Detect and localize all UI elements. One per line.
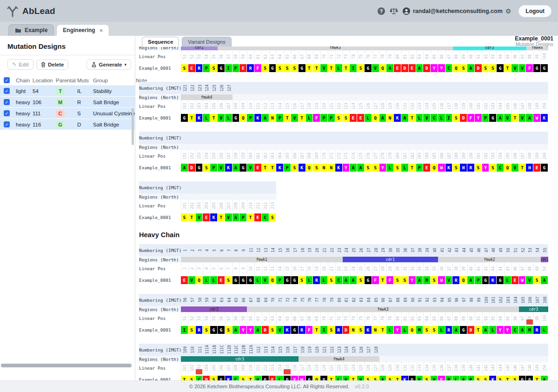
aa-cell: T bbox=[409, 114, 416, 122]
linear-cell: 48 bbox=[526, 263, 533, 274]
linear-cell: 57 bbox=[225, 312, 232, 324]
aa-cell: C bbox=[196, 376, 203, 380]
edit-button[interactable]: ✎ Edit bbox=[7, 59, 33, 70]
linear-cell: 191 bbox=[475, 150, 482, 162]
left-horizontal-scrollbar[interactable] bbox=[1, 364, 132, 367]
numbering-cell bbox=[314, 82, 321, 94]
linear-cells: 1511521531541551561571581591601611621631… bbox=[181, 150, 548, 162]
tab-engineering[interactable]: Engineering × bbox=[56, 24, 109, 36]
numbering-cell bbox=[453, 132, 461, 144]
generate-button[interactable]: Generate ▾ bbox=[86, 60, 131, 70]
linear-cell: 104 bbox=[203, 362, 210, 374]
linear-cell: 193 bbox=[489, 150, 497, 162]
numbering-cell bbox=[358, 132, 365, 144]
aa-cell: Q bbox=[306, 164, 313, 172]
linear-cell: 180 bbox=[394, 150, 401, 162]
row-checkbox[interactable]: ✓ bbox=[4, 88, 10, 94]
aa-cell: E bbox=[512, 276, 519, 284]
region-cdr3: cdr3 bbox=[519, 306, 548, 312]
aa-cell: W bbox=[533, 114, 541, 122]
numbering-cell: 42 bbox=[446, 244, 453, 256]
row-checkbox[interactable]: ✓ bbox=[4, 110, 10, 116]
numbering-cell: 126 bbox=[219, 82, 226, 94]
aa-cell: L bbox=[489, 326, 497, 334]
numbering-cell: 63 bbox=[219, 294, 226, 306]
version-text: v0.2.0 bbox=[355, 384, 369, 389]
aa-cell: L bbox=[504, 276, 512, 284]
table-row[interactable]: ✓heavy111CSUnusual Cysteine bbox=[0, 108, 135, 119]
regions-row: Regions (North)cdr3fmwk4 bbox=[139, 356, 548, 362]
tab-variant-designs[interactable]: Variant Designs bbox=[182, 37, 231, 47]
linear-cell: 77 bbox=[372, 51, 379, 62]
linear-cell: 75 bbox=[357, 51, 365, 62]
row-label: Example_0001 bbox=[139, 276, 181, 284]
row-label: Linear Pos bbox=[139, 362, 181, 374]
linear-cell: 47 bbox=[519, 263, 526, 274]
numbering-cell: 44 bbox=[461, 244, 468, 256]
aa-cell: D bbox=[401, 64, 409, 72]
linear-cell: 11 bbox=[254, 263, 262, 274]
sequence-viewer: Regions (North)cdr2fmwk3cdr3fmwk4Linear … bbox=[135, 47, 558, 380]
table-row[interactable]: ✓heavy116GDSalt Bridge bbox=[0, 119, 135, 130]
aa-cell: S bbox=[357, 64, 365, 72]
linear-cell: 45 bbox=[504, 263, 512, 274]
aa-cell: T bbox=[313, 64, 320, 72]
row-checkbox[interactable]: ✓ bbox=[4, 99, 10, 105]
trash-icon bbox=[41, 62, 46, 67]
scales-icon[interactable] bbox=[390, 7, 398, 15]
linear-cell: 136 bbox=[438, 100, 445, 112]
linear-cell: 63 bbox=[269, 312, 277, 324]
linear-cell: 72 bbox=[335, 312, 343, 324]
aa-cell: V bbox=[504, 114, 512, 122]
sequence-row: Example_0001EVQLLESGGGLVQPGGSLRLSCAASGFT… bbox=[139, 276, 548, 284]
numbering-cell bbox=[211, 132, 219, 144]
delete-button[interactable]: Delete bbox=[36, 60, 69, 70]
close-icon[interactable]: × bbox=[100, 27, 103, 34]
aa-cell: V bbox=[320, 64, 328, 72]
linear-cell: 12 bbox=[262, 263, 269, 274]
help-icon[interactable]: ? bbox=[378, 7, 385, 15]
aa-cell: S bbox=[210, 64, 218, 72]
numbering-cell: 115 bbox=[277, 344, 285, 356]
aa-cell: R bbox=[196, 64, 203, 72]
linear-cell: 205 bbox=[210, 200, 218, 212]
aa-cell: S bbox=[497, 376, 504, 380]
linear-cell: 119 bbox=[313, 100, 320, 112]
numbering-cell bbox=[490, 344, 498, 356]
aa-cell: D bbox=[262, 326, 269, 334]
aa-cell: P bbox=[232, 64, 240, 72]
row-checkbox[interactable]: ✓ bbox=[4, 121, 10, 127]
linear-cell: 182 bbox=[409, 150, 416, 162]
numbering-cell: 18 bbox=[299, 244, 306, 256]
numbering-cell bbox=[409, 344, 417, 356]
aa-cell: S bbox=[431, 276, 438, 284]
tab-sequence[interactable]: Sequence bbox=[142, 37, 179, 47]
table-row[interactable]: ✓light54TILStability bbox=[0, 86, 135, 96]
numbering-cell bbox=[424, 82, 432, 94]
table-row[interactable]: ✓heavy106MRSalt Bridge bbox=[0, 97, 135, 107]
aa-cell: Q bbox=[379, 64, 387, 72]
numbering-cell bbox=[446, 132, 453, 144]
linear-cell: 142 bbox=[482, 362, 490, 374]
aa-cell: S bbox=[203, 326, 210, 334]
aa-cell: E bbox=[394, 64, 401, 72]
tab-example[interactable]: Example bbox=[8, 24, 54, 36]
linear-pos-row: Linear Pos515253545556575859606162636465… bbox=[139, 312, 548, 324]
sequence-row: Example_0001STVEKTVAPTECS bbox=[139, 213, 276, 221]
numbering-cell: 66 bbox=[240, 294, 248, 306]
aa-cell: G bbox=[269, 64, 277, 72]
logout-button[interactable]: Logout bbox=[518, 5, 551, 17]
select-all-checkbox[interactable]: ✓ bbox=[4, 77, 10, 83]
settings-gear-icon[interactable]: ⚙ bbox=[505, 8, 512, 14]
numbering-cell: 68 bbox=[255, 294, 262, 306]
column-header: Parental bbox=[56, 78, 77, 83]
linear-cell: 147 bbox=[519, 362, 526, 374]
numbering-cell: 64 bbox=[226, 294, 233, 306]
aa-cell: S bbox=[188, 326, 196, 334]
aa-cell: S bbox=[475, 164, 482, 172]
numbering-cell: 59 bbox=[204, 294, 211, 306]
left-vertical-scrollbar[interactable] bbox=[132, 108, 134, 145]
linear-cell: 20 bbox=[320, 263, 328, 274]
linear-pos-row: Linear Pos515253545556575859606162636465… bbox=[139, 51, 548, 62]
linear-cell: 59 bbox=[239, 51, 247, 62]
